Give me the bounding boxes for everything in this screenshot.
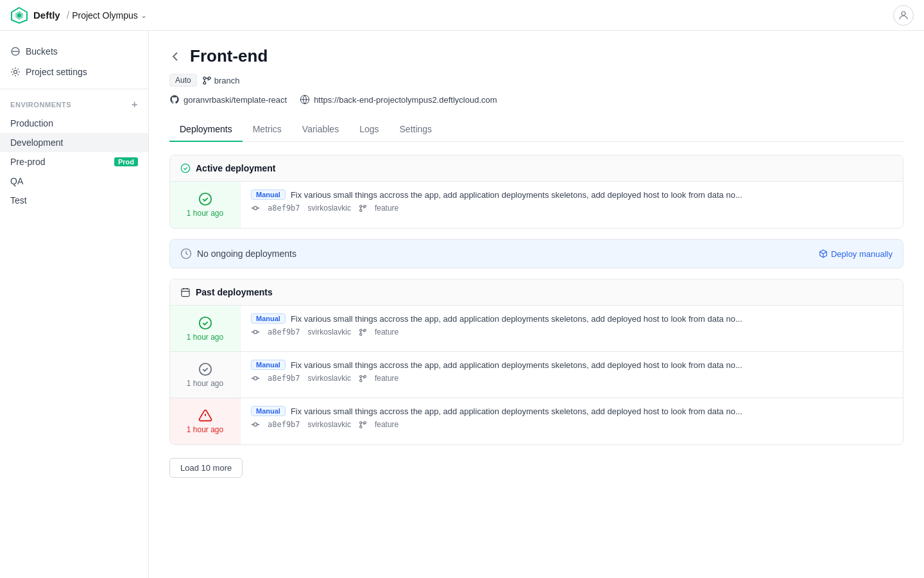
past-deployment-3-row: 1 hour ago Manual Fix various small thin…	[170, 398, 903, 444]
auto-tag: Auto	[169, 74, 197, 87]
sidebar-item-pre-prod[interactable]: Pre-prod Prod	[0, 152, 148, 171]
globe-icon	[300, 94, 310, 105]
branch-tag: branch	[202, 76, 240, 85]
past-deployment-1-status: 1 hour ago	[170, 306, 241, 351]
tab-logs[interactable]: Logs	[349, 118, 389, 142]
past-2-author: svirkoslavkic	[308, 374, 351, 383]
svg-point-2	[17, 13, 21, 17]
add-environment-button[interactable]: +	[132, 100, 138, 110]
svg-point-14	[360, 205, 362, 207]
past-deployment-2-badge: Manual	[251, 360, 286, 370]
svg-point-11	[253, 206, 257, 209]
neutral-icon	[198, 362, 212, 376]
commit-icon	[251, 374, 260, 383]
no-ongoing-banner: No ongoing deployments Deploy manually	[169, 239, 903, 268]
past-deployment-2-message: Manual Fix various small things accross …	[251, 360, 893, 370]
svg-rect-18	[182, 289, 189, 297]
past-deployment-1-badge: Manual	[251, 313, 286, 324]
sidebar-item-buckets[interactable]: Buckets	[0, 41, 148, 62]
active-commit-hash: a8ef9b7	[268, 204, 300, 213]
past-deployment-1-message: Manual Fix various small things accross …	[251, 313, 893, 324]
app-logo-icon	[10, 6, 28, 24]
sidebar-divider	[0, 89, 148, 89]
commit-icon	[251, 328, 260, 337]
past-3-author: svirkoslavkic	[308, 420, 351, 429]
svg-point-20	[253, 330, 257, 333]
sidebar-item-qa[interactable]: QA	[0, 171, 148, 191]
svg-point-27	[253, 376, 257, 380]
brand-name: Deftly	[33, 10, 60, 21]
past-deployment-2-meta: a8ef9b7 svirkoslavkic feature	[251, 374, 893, 383]
active-deployment-message: Manual Fix various small things accross …	[251, 189, 893, 200]
svg-point-16	[360, 209, 362, 211]
buckets-icon	[10, 46, 21, 57]
active-deployment-icon	[180, 163, 191, 173]
app-layout: Buckets Project settings ENVIRONMENTS + …	[0, 0, 924, 578]
past-3-commit: a8ef9b7	[268, 420, 300, 429]
svg-point-3	[902, 12, 905, 15]
meta-row: goranvrbaski/template-react https://back…	[169, 94, 903, 105]
svg-point-32	[360, 380, 362, 381]
sidebar: Buckets Project settings ENVIRONMENTS + …	[0, 31, 149, 578]
active-deployment-badge: Manual	[251, 189, 286, 200]
past-deployment-2-status: 1 hour ago	[170, 352, 241, 398]
nav-separator: /	[67, 10, 69, 21]
active-deployment-text: Fix various small things accross the app…	[291, 190, 742, 200]
success-icon	[198, 316, 212, 330]
past-deployment-3-time: 1 hour ago	[187, 425, 223, 434]
past-2-commit: a8ef9b7	[268, 374, 300, 383]
sidebar-item-production[interactable]: Production	[0, 114, 148, 133]
svg-point-6	[203, 76, 206, 79]
tab-deployments[interactable]: Deployments	[169, 118, 243, 142]
past-deployment-1-content: Manual Fix various small things accross …	[241, 306, 903, 351]
svg-point-38	[360, 421, 362, 423]
back-button[interactable]	[169, 50, 182, 63]
past-deployment-3-status: 1 hour ago	[170, 398, 241, 444]
tags-row: Auto branch	[169, 74, 903, 87]
active-deployment-content: Manual Fix various small things accross …	[241, 182, 903, 228]
svg-point-25	[360, 333, 362, 335]
page-header: Front-end	[169, 46, 903, 66]
settings-icon	[10, 67, 21, 77]
svg-point-23	[360, 329, 362, 331]
past-deployment-2-time: 1 hour ago	[187, 379, 223, 388]
deploy-icon	[819, 249, 828, 258]
past-deployment-1-text: Fix various small things accross the app…	[291, 314, 742, 324]
branch-icon	[359, 374, 367, 383]
branch-icon	[359, 328, 367, 337]
past-deployment-3-badge: Manual	[251, 406, 286, 416]
sidebar-item-test[interactable]: Test	[0, 191, 148, 210]
sidebar-item-development[interactable]: Development	[0, 133, 148, 152]
past-deployment-3-message: Manual Fix various small things accross …	[251, 406, 893, 416]
commit-icon	[251, 420, 260, 429]
past-deployment-row: 1 hour ago Manual Fix various small thin…	[170, 306, 903, 352]
branch-icon	[359, 421, 367, 429]
past-3-branch: feature	[375, 420, 398, 429]
past-deployment-1-meta: a8ef9b7 svirkoslavkic feature	[251, 328, 893, 337]
user-avatar[interactable]	[893, 5, 914, 26]
load-more-button[interactable]: Load 10 more	[169, 458, 243, 478]
website-link[interactable]: https://back-end-projectolympus2.deftlyc…	[300, 94, 497, 105]
github-link[interactable]: goranvrbaski/template-react	[169, 94, 287, 105]
branch-meta-icon	[359, 204, 367, 213]
github-icon	[169, 94, 180, 105]
active-deployment-status: 1 hour ago	[170, 182, 241, 228]
svg-point-40	[360, 426, 362, 428]
error-icon	[198, 408, 212, 423]
tab-settings[interactable]: Settings	[389, 118, 443, 142]
past-deployment-3-meta: a8ef9b7 svirkoslavkic feature	[251, 420, 893, 429]
deploy-manually-button[interactable]: Deploy manually	[819, 249, 893, 259]
calendar-icon	[180, 287, 191, 297]
tab-metrics[interactable]: Metrics	[243, 118, 292, 142]
past-deployment-2-text: Fix various small things accross the app…	[291, 360, 742, 370]
top-nav: Deftly / Project Olympus ⌄	[0, 0, 924, 31]
main-content: Front-end Auto branch goranvrbaski/templ…	[149, 31, 924, 578]
active-author: svirkoslavkic	[308, 204, 351, 213]
project-chevron-icon[interactable]: ⌄	[141, 11, 147, 20]
tab-variables[interactable]: Variables	[292, 118, 349, 142]
sidebar-item-project-settings[interactable]: Project settings	[0, 62, 148, 82]
active-deployment-time: 1 hour ago	[187, 209, 223, 218]
commit-icon	[251, 204, 260, 213]
project-name[interactable]: Project Olympus ⌄	[72, 10, 147, 21]
past-2-branch: feature	[375, 374, 398, 383]
